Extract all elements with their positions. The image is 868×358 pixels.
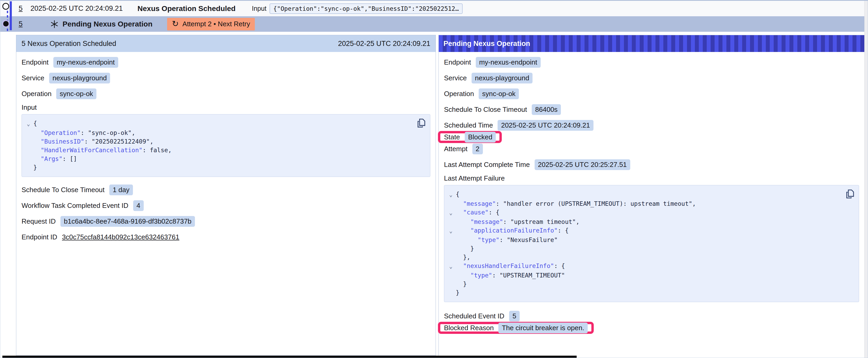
json-code: } — [33, 163, 37, 172]
json-code: "message": "upstream timeout", — [456, 218, 580, 226]
field-row-operation: Operationsync-op-ok — [22, 88, 96, 100]
field-label: Endpoint ID — [22, 233, 57, 241]
field-value-chip: sync-op-ok — [56, 89, 96, 99]
event-title: Nexus Operation Scheduled — [137, 4, 236, 13]
copy-icon-front-page — [848, 190, 854, 196]
json-line: } — [23, 163, 414, 172]
json-code: } — [456, 245, 474, 253]
collapse-caret-icon[interactable]: ⌄ — [446, 226, 456, 236]
field-label: Endpoint — [22, 58, 49, 66]
field-row-endpoint-id: Endpoint ID3c0c75ccfa8144b092c13ce632463… — [22, 231, 180, 243]
field-label: State — [444, 133, 460, 141]
copy-icon-back-page — [418, 121, 423, 127]
field-value-chip: 5 — [509, 311, 520, 322]
failure-json-viewer: ⌄{ "message": "handler error (UPSTREAM_T… — [444, 185, 859, 302]
json-line: } — [446, 280, 843, 288]
json-line: ⌄ "applicationFailureInfo": { — [446, 226, 843, 236]
field-row-state: StateBlocked — [438, 131, 502, 143]
event-timestamp: 2025-02-25 UTC 20:24:09.21 — [30, 4, 123, 12]
json-gutter — [446, 199, 456, 208]
field-value-chip: my-nexus-endpoint — [476, 57, 541, 68]
pending-operation-fields-top: Endpointmy-nexus-endpointServicenexus-pl… — [444, 56, 859, 171]
json-gutter — [446, 253, 456, 262]
field-label: Operation — [22, 90, 52, 98]
json-code: "BusinessID": "20250225122409", — [33, 137, 153, 146]
json-gutter — [23, 129, 33, 137]
collapse-caret-icon[interactable]: ⌄ — [23, 119, 33, 129]
event-detail-panel: 5 Nexus Operation Scheduled 2025-02-25 U… — [16, 35, 436, 356]
collapse-caret-icon[interactable]: ⌄ — [446, 190, 456, 199]
timeline-open-circle-icon — [2, 3, 9, 10]
json-gutter — [23, 163, 33, 172]
field-label: Operation — [444, 90, 474, 98]
field-row-scheduled-time: Scheduled Time2025-02-25 UTC 20:24:09.21 — [444, 119, 593, 131]
field-row-last-attempt-complete-time: Last Attempt Complete Time2025-02-25 UTC… — [444, 159, 630, 171]
event-detail-header: 5 Nexus Operation Scheduled 2025-02-25 U… — [16, 35, 436, 52]
field-value-link[interactable]: 3c0c75ccfa8144b092c13ce632463761 — [62, 233, 180, 241]
field-value-chip: Blocked — [465, 132, 496, 142]
input-json-lines: ⌄{ "Operation": "sync-op-ok", "BusinessI… — [23, 119, 414, 172]
copy-button[interactable] — [846, 189, 855, 199]
json-line: ⌄ "cause": { — [446, 208, 843, 218]
copy-icon-back-page — [847, 192, 851, 198]
collapse-caret-icon[interactable]: ⌄ — [446, 262, 456, 271]
copy-button[interactable] — [417, 118, 426, 129]
json-code: "type": "UPSTREAM_TIMEOUT" — [456, 271, 565, 280]
input-preview-chip[interactable]: {"Operation":"sync-op-ok","BusinessID":"… — [270, 3, 462, 14]
json-code: "message": "handler error (UPSTREAM_TIME… — [456, 199, 696, 208]
history-row-pending-nexus-operation[interactable]: 5 Pending Nexus Operation ↻ Attempt 2 • … — [0, 16, 868, 32]
scrollbar-track[interactable] — [864, 1, 868, 358]
field-row-service: Servicenexus-playground — [22, 72, 110, 84]
attempt-retry-badge[interactable]: ↻ Attempt 2 • Next Retry — [167, 18, 255, 30]
bottom-divider-line — [2, 356, 577, 358]
json-line: } — [446, 288, 843, 297]
json-line: }, — [446, 253, 843, 262]
input-json-viewer: ⌄{ "Operation": "sync-op-ok", "BusinessI… — [22, 114, 430, 177]
event-id-link[interactable]: 5 — [19, 20, 23, 28]
json-line: "type": "UPSTREAM_TIMEOUT" — [446, 271, 843, 280]
field-row-operation: Operationsync-op-ok — [444, 88, 519, 100]
event-id-link[interactable]: 5 — [19, 4, 23, 12]
field-row-blocked-reason: Blocked ReasonThe circuit breaker is ope… — [438, 322, 594, 334]
field-label: Schedule To Close Timeout — [22, 186, 104, 194]
retry-icon: ↻ — [172, 20, 179, 28]
pending-operation-header-title: Pending Nexus Operation — [443, 40, 530, 48]
field-row-schedule-to-close-timeout: Schedule To Close Timeout1 day — [22, 184, 133, 196]
failure-json-lines: ⌄{ "message": "handler error (UPSTREAM_T… — [446, 190, 843, 297]
json-line: "message": "handler error (UPSTREAM_TIME… — [446, 199, 843, 208]
pending-operation-fields-bottom: Scheduled Event ID5Blocked ReasonThe cir… — [444, 310, 859, 334]
field-value-chip: 2025-02-25 UTC 20:25:27.51 — [535, 159, 630, 170]
event-detail-header-title: 5 Nexus Operation Scheduled — [22, 40, 116, 48]
json-code: "nexusHandlerFailureInfo": { — [456, 262, 565, 271]
json-line: "Args": [] — [23, 155, 414, 163]
history-row-nexus-operation-scheduled[interactable]: 5 2025-02-25 UTC 20:24:09.21 Nexus Opera… — [0, 1, 868, 16]
field-row-schedule-to-close-timeout: Schedule To Close Timeout86400s — [444, 103, 561, 116]
json-code: "applicationFailureInfo": { — [456, 226, 568, 236]
field-row-endpoint: Endpointmy-nexus-endpoint — [444, 56, 541, 68]
collapse-caret-icon[interactable]: ⌄ — [446, 208, 456, 218]
json-code: } — [456, 288, 460, 297]
json-gutter — [446, 218, 456, 226]
json-gutter — [23, 155, 33, 163]
field-label: Service — [444, 74, 467, 82]
json-code: "HandlerWaitForCancellation": false, — [33, 146, 172, 155]
json-line: "Operation": "sync-op-ok", — [23, 129, 414, 137]
event-history-view: 5 2025-02-25 UTC 20:24:09.21 Nexus Opera… — [0, 0, 868, 358]
json-line: "HandlerWaitForCancellation": false, — [23, 146, 414, 155]
json-line: "BusinessID": "20250225122409", — [23, 137, 414, 146]
json-code: { — [456, 190, 460, 199]
pending-operation-panel: Pending Nexus Operation Endpointmy-nexus… — [438, 35, 865, 358]
json-code: { — [33, 119, 37, 129]
event-detail-fields-top: Endpointmy-nexus-endpointServicenexus-pl… — [22, 56, 430, 100]
field-row-endpoint: Endpointmy-nexus-endpoint — [22, 56, 118, 68]
field-value-chip: 1 day — [109, 185, 133, 195]
timeline-filled-dot-icon — [3, 21, 9, 27]
json-gutter — [446, 245, 456, 253]
field-value-chip: nexus-playground — [471, 73, 533, 84]
field-label: Endpoint — [444, 58, 471, 66]
field-label: Service — [22, 74, 44, 82]
field-label: Scheduled Event ID — [444, 312, 504, 320]
field-row-workflow-task-completed-event-id: Workflow Task Completed Event ID4 — [22, 199, 144, 211]
json-line: ⌄{ — [446, 190, 843, 199]
json-gutter — [446, 280, 456, 288]
